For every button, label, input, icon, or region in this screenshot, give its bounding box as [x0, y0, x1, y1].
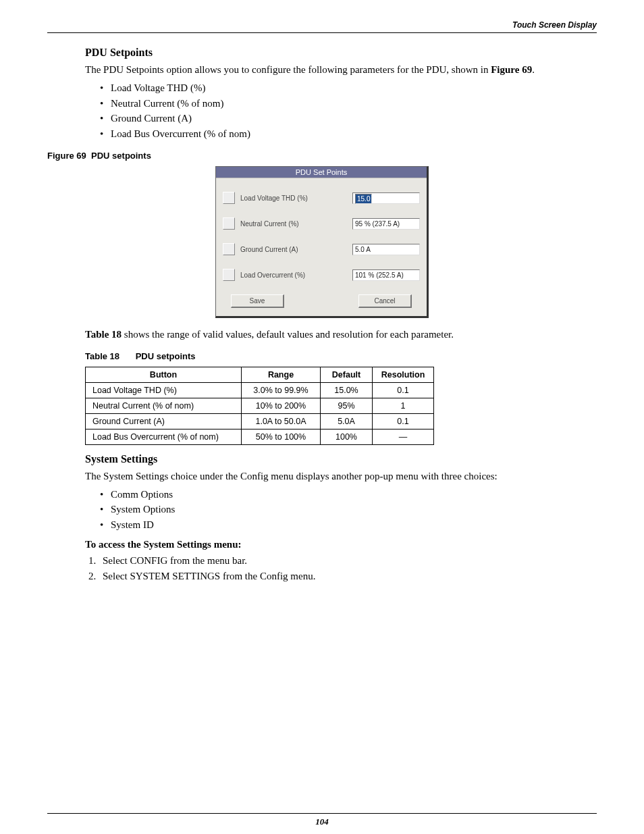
step-item: Select SYSTEM SETTINGS from the Config m… — [99, 569, 597, 584]
setpoint-row: Load Overcurrent (%) 101 % (252.5 A) — [223, 269, 420, 281]
col-button: Button — [86, 367, 242, 382]
setpoint-value: 5.0 A — [355, 246, 371, 253]
setpoint-chip-icon[interactable] — [223, 192, 235, 204]
table-intro: Table 18 shows the range of valid values… — [85, 328, 597, 341]
figure-caption: Figure 69 PDU setpoints — [47, 151, 597, 161]
list-item: Comm Options — [100, 487, 597, 502]
page-header: Touch Screen Display — [47, 20, 597, 33]
table-header-row: Button Range Default Resolution — [86, 367, 434, 382]
cell: 0.1 — [373, 382, 434, 398]
setpoint-field[interactable]: 15.0 — [352, 192, 420, 204]
table-row: Ground Current (A) 1.0A to 50.0A 5.0A 0.… — [86, 413, 434, 429]
cell: 95% — [321, 398, 373, 413]
access-heading: To access the System Settings menu: — [85, 539, 597, 550]
setpoint-row: Ground Current (A) 5.0 A — [223, 243, 420, 255]
setpoint-label: Ground Current (A) — [240, 246, 352, 253]
save-button[interactable]: Save — [231, 294, 284, 308]
cell: 15.0% — [321, 382, 373, 398]
setpoint-label: Neutral Current (%) — [240, 220, 352, 228]
setpoint-value: 15.0 — [355, 194, 372, 204]
step-item: Select CONFIG from the menu bar. — [99, 553, 597, 569]
section-title: Touch Screen Display — [512, 20, 597, 30]
pdu-intro-b: . — [532, 64, 535, 75]
setpoint-chip-icon[interactable] — [223, 269, 235, 281]
setpoint-field[interactable]: 95 % (237.5 A) — [352, 218, 420, 230]
pdu-setpoints-dialog: PDU Set Points Load Voltage THD (%) 15.0… — [215, 166, 429, 318]
cell: 3.0% to 99.9% — [242, 382, 321, 398]
cell: 10% to 200% — [242, 398, 321, 413]
col-resolution: Resolution — [373, 367, 434, 382]
list-item: Ground Current (A) — [100, 111, 597, 126]
list-item: Load Voltage THD (%) — [100, 80, 597, 96]
table-row: Load Bus Overcurrent (% of nom) 50% to 1… — [86, 429, 434, 444]
system-intro: The System Settings choice under the Con… — [85, 469, 597, 483]
list-item: Load Bus Overcurrent (% of nom) — [100, 126, 597, 142]
page-footer: 104 — [47, 813, 597, 827]
cell: 100% — [321, 429, 373, 444]
cell: 5.0A — [321, 413, 373, 429]
cell: Load Voltage THD (%) — [86, 382, 242, 398]
setpoint-value: 101 % (252.5 A) — [355, 271, 404, 279]
pdu-bullet-list: Load Voltage THD (%) Neutral Current (% … — [100, 80, 597, 141]
setpoint-field[interactable]: 101 % (252.5 A) — [352, 269, 420, 281]
dialog-buttons: Save Cancel — [223, 294, 420, 308]
cell: Load Bus Overcurrent (% of nom) — [86, 429, 242, 444]
table-number: Table 18 — [85, 351, 119, 361]
setpoint-chip-icon[interactable] — [223, 243, 235, 255]
setpoint-value: 95 % (237.5 A) — [355, 220, 400, 228]
access-steps: Select CONFIG from the menu bar. Select … — [85, 553, 597, 583]
setpoint-field[interactable]: 5.0 A — [352, 244, 420, 255]
cell: — — [373, 429, 434, 444]
table-ref: Table 18 — [85, 329, 122, 340]
pdu-intro: The PDU Setpoints option allows you to c… — [85, 63, 597, 76]
list-item: Neutral Current (% of nom) — [100, 96, 597, 111]
cell: Ground Current (A) — [86, 413, 242, 429]
col-default: Default — [321, 367, 373, 382]
setpoint-row: Load Voltage THD (%) 15.0 — [223, 192, 420, 204]
cell: 50% to 100% — [242, 429, 321, 444]
pdu-intro-a: The PDU Setpoints option allows you to c… — [85, 64, 491, 75]
page-number: 104 — [315, 816, 329, 827]
setpoint-row: Neutral Current (%) 95 % (237.5 A) — [223, 217, 420, 230]
dialog-body: Load Voltage THD (%) 15.0 Neutral Curren… — [216, 178, 427, 316]
cell: Neutral Current (% of nom) — [86, 398, 242, 413]
list-item: System Options — [100, 502, 597, 517]
col-range: Range — [242, 367, 321, 382]
cell: 0.1 — [373, 413, 434, 429]
dialog-title: PDU Set Points — [216, 167, 427, 178]
system-settings-heading: System Settings — [85, 453, 597, 465]
table-caption: Table 18 PDU setpoints — [85, 351, 597, 361]
cancel-button[interactable]: Cancel — [358, 294, 412, 308]
figure-title: PDU setpoints — [91, 151, 151, 161]
figure-number: Figure 69 — [47, 151, 86, 161]
table-row: Neutral Current (% of nom) 10% to 200% 9… — [86, 398, 434, 413]
cell: 1 — [373, 398, 434, 413]
table-title: PDU setpoints — [136, 351, 196, 361]
cell: 1.0A to 50.0A — [242, 413, 321, 429]
table-intro-b: shows the range of valid values, default… — [122, 329, 454, 340]
setpoint-label: Load Voltage THD (%) — [240, 194, 352, 202]
pdu-setpoints-table: Button Range Default Resolution Load Vol… — [85, 367, 434, 445]
system-bullet-list: Comm Options System Options System ID — [100, 487, 597, 533]
setpoint-label: Load Overcurrent (%) — [240, 271, 352, 279]
figure-ref: Figure 69 — [491, 64, 532, 75]
pdu-setpoints-heading: PDU Setpoints — [85, 47, 597, 59]
table-row: Load Voltage THD (%) 3.0% to 99.9% 15.0%… — [86, 382, 434, 398]
setpoint-chip-icon[interactable] — [223, 217, 235, 230]
list-item: System ID — [100, 517, 597, 533]
